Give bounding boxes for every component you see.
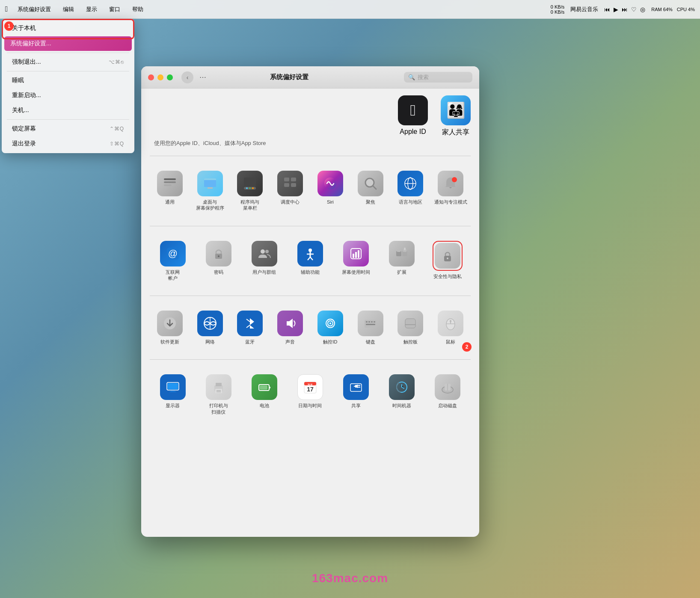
- network-icon: [197, 311, 223, 336]
- keyboard-label: 键盘: [366, 339, 375, 345]
- svg-rect-13: [284, 183, 289, 187]
- watermark: 163mac.com: [312, 571, 388, 585]
- touchid-label: 触控ID: [323, 339, 337, 345]
- pref-sound[interactable]: 声音: [270, 306, 310, 349]
- menu-item-force-quit[interactable]: 强制退出... ⌥⌘⎋: [3, 55, 133, 69]
- pref-notification[interactable]: 通知与专注模式: [430, 166, 471, 216]
- svg-marker-50: [287, 319, 293, 328]
- menu-divider-1: [7, 53, 129, 53]
- dock-label: 程序坞与 菜单栏: [240, 199, 259, 211]
- pref-display[interactable]: 显示器: [150, 370, 196, 419]
- svg-line-48: [246, 319, 250, 322]
- svg-point-22: [452, 177, 457, 182]
- window-title: 系统偏好设置: [178, 73, 400, 81]
- pref-keyboard[interactable]: 键盘: [350, 306, 391, 349]
- menu-divider-3: [7, 119, 129, 120]
- logout-shortcut: ⇧⌘Q: [110, 141, 124, 147]
- svg-point-44: [447, 258, 448, 259]
- pref-trackpad[interactable]: 触控板: [391, 306, 431, 349]
- pref-users[interactable]: 用户与群组: [241, 237, 287, 286]
- window-maximize-button[interactable]: [167, 74, 173, 80]
- pref-security[interactable]: 安全性与隐私: [425, 237, 471, 286]
- pref-extensions[interactable]: 扩展: [379, 237, 425, 286]
- pref-battery[interactable]: 电池: [241, 370, 287, 419]
- siri-label: Siri: [327, 199, 334, 205]
- menu-item-sleep[interactable]: 睡眠: [3, 73, 133, 88]
- pref-siri[interactable]: Siri: [310, 166, 350, 216]
- touchid-icon: [317, 311, 343, 336]
- pref-printer[interactable]: 打印机与 扫描仪: [196, 370, 241, 419]
- svg-rect-71: [216, 383, 222, 386]
- pref-general[interactable]: 通用: [150, 166, 190, 216]
- pref-desktop[interactable]: 桌面与 屏幕保护程序: [190, 166, 230, 216]
- menu-item-logout[interactable]: 退出登录 ⇧⌘Q: [3, 136, 133, 151]
- window-minimize-button[interactable]: [157, 74, 163, 80]
- pref-language[interactable]: 语言与地区: [391, 166, 431, 216]
- desktop-label: 桌面与 屏幕保护程序: [196, 199, 224, 211]
- search-input[interactable]: [418, 74, 469, 80]
- pref-dock[interactable]: 程序坞与 菜单栏: [230, 166, 270, 216]
- menu-item-restart[interactable]: 重新启动...: [3, 88, 133, 103]
- step2-badge: 2: [462, 342, 472, 352]
- pref-bluetooth[interactable]: 蓝牙: [230, 306, 270, 349]
- svg-rect-4: [204, 180, 216, 187]
- menubar-window[interactable]: 窗口: [107, 5, 123, 14]
- apple-dropdown-menu: 关于本机 系统偏好设置... 强制退出... ⌥⌘⎋ 睡眠 重新启动... 关机…: [2, 19, 134, 153]
- menu-item-lock[interactable]: 锁定屏幕 ⌃⌘Q: [3, 121, 133, 136]
- svg-rect-55: [366, 321, 368, 323]
- svg-rect-57: [371, 321, 373, 323]
- menubar-help[interactable]: 帮助: [130, 5, 146, 14]
- svg-rect-37: [358, 250, 359, 258]
- menu-item-shutdown[interactable]: 关机...: [3, 103, 133, 118]
- pref-sharing[interactable]: 共享: [333, 370, 379, 419]
- pref-password[interactable]: 密码: [196, 237, 241, 286]
- heart-icon[interactable]: ♡: [631, 6, 637, 13]
- window-close-button[interactable]: [148, 74, 154, 80]
- pref-network[interactable]: 网络: [190, 306, 230, 349]
- pref-startup[interactable]: 启动磁盘: [425, 370, 471, 419]
- pref-accessibility[interactable]: 辅助功能: [287, 237, 333, 286]
- pref-screentime[interactable]: 屏幕使用时间: [333, 237, 379, 286]
- pref-spotlight[interactable]: 聚焦: [350, 166, 391, 216]
- general-label: 通用: [165, 199, 175, 205]
- pref-internet[interactable]: @ 互联网 帐户: [150, 237, 196, 286]
- accessibility-icon: [297, 241, 323, 266]
- users-label: 用户与群组: [252, 269, 276, 275]
- mouse-icon: [438, 311, 463, 336]
- family-icon: 👨‍👩‍👧: [441, 95, 471, 125]
- battery-icon: [252, 374, 277, 400]
- svg-rect-76: [269, 387, 270, 388]
- desktop-icon: [197, 171, 223, 196]
- svg-line-49: [246, 325, 250, 328]
- apple-menu-button[interactable]: : [5, 5, 8, 14]
- menubar-edit[interactable]: 编辑: [60, 5, 77, 14]
- pref-datetime[interactable]: JUL17 日期与时间: [287, 370, 333, 419]
- play-icon[interactable]: ▶: [614, 6, 618, 13]
- menubar-right: 0 KB/s 0 KB/s 网易云音乐 ⏮ ▶ ⏭ ♡ ◎ RAM 64% CP…: [551, 4, 695, 15]
- dock-icon: [237, 171, 263, 196]
- menu-item-about[interactable]: 关于本机: [3, 21, 133, 36]
- menu-item-syspref[interactable]: 系统偏好设置...: [4, 36, 132, 51]
- prev-icon[interactable]: ⏮: [604, 6, 610, 13]
- pref-mission[interactable]: 调度中心: [270, 166, 310, 216]
- search-box[interactable]: 🔍: [404, 72, 472, 83]
- pref-touchid[interactable]: 触控ID: [310, 306, 350, 349]
- pref-softupdate[interactable]: 软件更新: [150, 306, 190, 349]
- timemachine-icon: [389, 374, 415, 400]
- startup-label: 启动磁盘: [438, 403, 457, 409]
- screentime-icon: [343, 241, 369, 266]
- menubar-display[interactable]: 显示: [83, 5, 100, 14]
- menubar-syspref[interactable]: 系统偏好设置: [15, 5, 53, 14]
- appleid-icon-item[interactable]:  Apple ID: [398, 95, 428, 137]
- lastfm-icon: ◎: [640, 6, 645, 13]
- family-icon-item[interactable]: 👨‍👩‍👧 家人共享: [441, 95, 471, 137]
- next-icon[interactable]: ⏭: [622, 6, 628, 13]
- force-quit-shortcut: ⌥⌘⎋: [109, 59, 124, 65]
- pref-row-4: 显示器 打印机与 扫描仪 电池 JUL17 日期与时间 共享: [141, 366, 479, 423]
- language-label: 语言与地区: [399, 199, 422, 205]
- pref-timemachine[interactable]: 时间机器: [379, 370, 425, 419]
- mission-icon: [277, 171, 303, 196]
- bluetooth-label: 蓝牙: [245, 339, 255, 345]
- cpu-display: CPU 4%: [677, 7, 695, 12]
- appleid-icon: : [398, 95, 428, 125]
